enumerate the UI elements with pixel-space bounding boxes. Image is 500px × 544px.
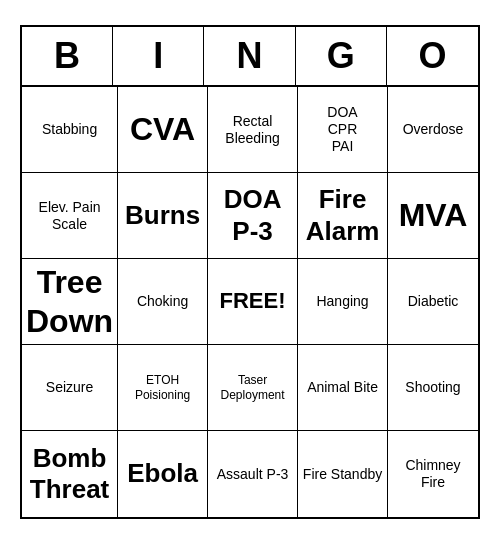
bingo-cell: CVA (118, 87, 208, 173)
bingo-cell: Bomb Threat (22, 431, 118, 517)
bingo-cell: Rectal Bleeding (208, 87, 298, 173)
bingo-cell: Hanging (298, 259, 388, 345)
bingo-cell: FREE! (208, 259, 298, 345)
bingo-cell: Stabbing (22, 87, 118, 173)
bingo-cell: Shooting (388, 345, 478, 431)
header-letter: G (296, 27, 387, 85)
bingo-cell: Ebola (118, 431, 208, 517)
header-letter: I (113, 27, 204, 85)
bingo-cell: Overdose (388, 87, 478, 173)
bingo-cell: Tree Down (22, 259, 118, 345)
bingo-cell: Burns (118, 173, 208, 259)
header-letter: O (387, 27, 478, 85)
bingo-cell: Taser Deployment (208, 345, 298, 431)
bingo-cell: Fire Standby (298, 431, 388, 517)
header-letter: N (204, 27, 295, 85)
bingo-cell: Elev. Pain Scale (22, 173, 118, 259)
bingo-cell: DOACPRPAI (298, 87, 388, 173)
bingo-cell: MVA (388, 173, 478, 259)
bingo-header: BINGO (22, 27, 478, 87)
bingo-cell: Animal Bite (298, 345, 388, 431)
bingo-cell: Diabetic (388, 259, 478, 345)
bingo-grid: StabbingCVARectal BleedingDOACPRPAIOverd… (22, 87, 478, 517)
header-letter: B (22, 27, 113, 85)
bingo-cell: ETOH Poisioning (118, 345, 208, 431)
bingo-cell: Assault P-3 (208, 431, 298, 517)
bingo-cell: DOA P-3 (208, 173, 298, 259)
bingo-cell: Choking (118, 259, 208, 345)
bingo-cell: Fire Alarm (298, 173, 388, 259)
bingo-cell: Chimney Fire (388, 431, 478, 517)
bingo-card: BINGO StabbingCVARectal BleedingDOACPRPA… (20, 25, 480, 519)
bingo-cell: Seizure (22, 345, 118, 431)
